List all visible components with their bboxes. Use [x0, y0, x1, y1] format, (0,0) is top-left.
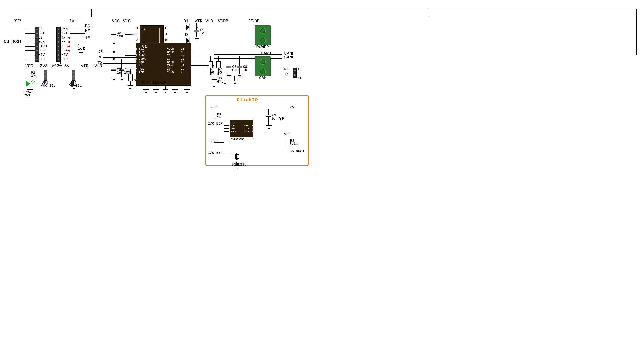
- u2-gndb1: GNDB: [167, 51, 174, 54]
- svg-rect-52: [44, 70, 47, 80]
- u2-td2: TD2: [138, 51, 144, 54]
- u2-canl: CANL: [167, 64, 174, 67]
- 3v3-label-mid: 3V3: [40, 64, 48, 69]
- c2-value: 10u: [117, 35, 123, 38]
- svg-point-12: [36, 37, 38, 38]
- svg-point-21: [58, 33, 59, 34]
- c8-value: 1u: [243, 68, 247, 72]
- svg-point-10: [36, 29, 38, 30]
- pin-sck: SCK: [38, 40, 45, 44]
- svg-point-20: [58, 29, 59, 30]
- u2-rxd: RXD: [138, 61, 144, 64]
- cs-host-label: CS_HOST: [4, 39, 22, 44]
- ci-3v3-1: 3V3: [211, 105, 218, 109]
- canl-net-label: CANL: [284, 55, 294, 60]
- j1-label: J1: [297, 77, 302, 80]
- u2-vdda: VDDA: [138, 57, 146, 61]
- svg-point-13: [36, 42, 38, 43]
- vddb-label-top: VDDB: [218, 19, 228, 24]
- vddb-top-right: VDDB: [249, 19, 260, 24]
- svg-point-228: [113, 51, 115, 53]
- svg-rect-197: [293, 68, 296, 78]
- ci-cs-host: CS_HOST: [290, 149, 304, 153]
- u2-pol: POL: [138, 67, 144, 71]
- svg-text:4: 4: [252, 130, 254, 133]
- svg-point-26: [58, 54, 59, 56]
- pin-cs: CS: [38, 36, 43, 40]
- canh-right-label: CANH: [261, 51, 271, 56]
- svg-point-27: [58, 59, 59, 60]
- c4-value: 100n: [124, 71, 132, 75]
- pin-5v-l: +5V: [38, 53, 45, 57]
- svg-point-24: [58, 46, 59, 47]
- svg-rect-55: [72, 70, 75, 80]
- svg-text:12: 12: [181, 61, 184, 64]
- svg-rect-151: [216, 61, 220, 68]
- svg-point-230: [196, 26, 198, 28]
- ci-vcc: VCC: [284, 132, 291, 136]
- pol-left-label: POL: [97, 55, 105, 60]
- pin-pwm: PWM: [61, 27, 68, 31]
- svg-text:15: 15: [181, 51, 184, 54]
- u2-ic1: IC: [167, 54, 170, 57]
- svg-text:5: 5: [252, 127, 254, 130]
- svg-text:I/O: I/O: [231, 127, 234, 130]
- u2-part: MAX14882AWE+: [142, 81, 168, 85]
- ci-io-eep-2: I/O_EEP: [208, 151, 223, 155]
- tx-left-label: TX: [97, 61, 102, 66]
- svg-text:PIOB: PIOB: [244, 130, 250, 133]
- schematic-diagram: 3V3 CS_HOST AN RST CS SCK CIPO COPI +5V …: [0, 0, 644, 356]
- svg-text:6: 6: [252, 124, 254, 127]
- vcc-label-left: 3V3: [14, 19, 22, 24]
- pin-gnd-r: GND: [61, 57, 68, 61]
- 5v-label-mid: 5V: [64, 64, 70, 69]
- vcc-label-mid: VCC: [25, 64, 33, 69]
- ci-r3-val: 3.3k: [290, 142, 298, 146]
- vcc-label-mid2: VCC: [52, 64, 60, 69]
- pin-rst: RST: [38, 31, 45, 35]
- pin-an: AN: [38, 27, 43, 31]
- svg-text:9: 9: [181, 71, 182, 74]
- vld-label-top: VLD: [206, 19, 213, 24]
- pin-int: INT: [61, 31, 68, 35]
- svg-point-271: [236, 156, 237, 157]
- pol-label-right: POL: [85, 24, 93, 29]
- svg-point-14: [36, 46, 38, 47]
- vcc-c1-label: VCC: [112, 19, 120, 24]
- jp1-name: VCC SEL: [41, 84, 56, 88]
- svg-text:CEXT: CEXT: [244, 124, 250, 127]
- svg-text:1: 1: [228, 124, 230, 127]
- svg-text:10: 10: [181, 67, 184, 70]
- rx-left-label: RX: [97, 49, 102, 54]
- svg-rect-19: [56, 27, 60, 62]
- ci-io-eep-1: I/O_EEP: [208, 122, 223, 126]
- u2-vddb: VDDB: [167, 47, 174, 51]
- j1-pin2: 2: [297, 72, 300, 76]
- clickid-title: ClickID: [236, 97, 258, 103]
- u2-vldo: VLDO: [167, 71, 174, 74]
- svg-point-57: [73, 76, 74, 77]
- u2-ic2: IC: [167, 57, 170, 61]
- vtr-label-top: VTR: [195, 19, 202, 24]
- svg-point-25: [58, 50, 59, 51]
- pin-copi: COPI: [38, 49, 47, 52]
- d1-label: D1: [184, 19, 188, 24]
- svg-rect-235: [212, 113, 216, 119]
- vtr-label-mid: VTR: [81, 64, 88, 69]
- svg-point-22: [58, 37, 59, 38]
- ci-r2-val: 1k: [217, 116, 221, 119]
- svg-text:14: 14: [181, 54, 184, 57]
- c7-value: 100n: [231, 68, 240, 72]
- svg-point-16: [36, 54, 38, 56]
- ci-u1: U1: [233, 121, 236, 124]
- tx-label-right: TX: [85, 35, 90, 40]
- svg-point-11: [36, 33, 38, 34]
- svg-text:N.C: N.C: [231, 124, 234, 127]
- pin-5v-r: +5V: [61, 53, 68, 57]
- c5-value: 10u: [200, 32, 206, 36]
- svg-point-229: [113, 58, 115, 60]
- rx-j1-label: RX: [284, 67, 288, 71]
- pin-scl: SCL: [61, 44, 68, 48]
- vcc-c2-label: VCC: [123, 19, 131, 24]
- r1-value: 470: [31, 74, 38, 78]
